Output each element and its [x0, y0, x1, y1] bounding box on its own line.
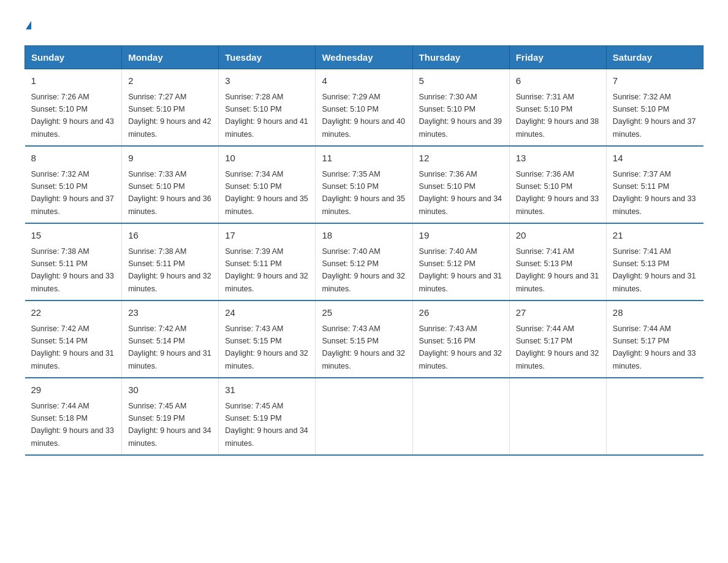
day-number: 9: [128, 151, 212, 166]
day-info: Sunrise: 7:38 AMSunset: 5:11 PMDaylight:…: [128, 247, 211, 293]
calendar-cell: 1Sunrise: 7:26 AMSunset: 5:10 PMDaylight…: [25, 69, 122, 147]
calendar-cell: [412, 378, 509, 455]
calendar-cell: 21Sunrise: 7:41 AMSunset: 5:13 PMDayligh…: [606, 223, 703, 301]
calendar-cell: 3Sunrise: 7:28 AMSunset: 5:10 PMDaylight…: [219, 69, 316, 147]
calendar-cell: 12Sunrise: 7:36 AMSunset: 5:10 PMDayligh…: [412, 146, 509, 223]
day-info: Sunrise: 7:37 AMSunset: 5:11 PMDaylight:…: [613, 170, 696, 216]
day-info: Sunrise: 7:43 AMSunset: 5:15 PMDaylight:…: [225, 324, 308, 370]
day-number: 28: [613, 306, 697, 320]
calendar-cell: 27Sunrise: 7:44 AMSunset: 5:17 PMDayligh…: [509, 301, 606, 378]
day-info: Sunrise: 7:41 AMSunset: 5:13 PMDaylight:…: [516, 247, 599, 293]
day-info: Sunrise: 7:39 AMSunset: 5:11 PMDaylight:…: [225, 247, 308, 293]
day-number: 26: [419, 306, 503, 320]
day-info: Sunrise: 7:44 AMSunset: 5:18 PMDaylight:…: [31, 402, 115, 448]
day-number: 27: [516, 306, 600, 320]
calendar-cell: 28Sunrise: 7:44 AMSunset: 5:17 PMDayligh…: [606, 301, 703, 378]
calendar-cell: 2Sunrise: 7:27 AMSunset: 5:10 PMDaylight…: [122, 69, 219, 147]
calendar-cell: [606, 378, 703, 455]
day-info: Sunrise: 7:27 AMSunset: 5:10 PMDaylight:…: [128, 93, 211, 139]
calendar-cell: 6Sunrise: 7:31 AMSunset: 5:10 PMDaylight…: [509, 69, 606, 147]
day-info: Sunrise: 7:43 AMSunset: 5:15 PMDaylight:…: [322, 324, 405, 370]
day-number: 13: [516, 151, 600, 166]
day-header-thursday: Thursday: [412, 46, 509, 69]
calendar-cell: 22Sunrise: 7:42 AMSunset: 5:14 PMDayligh…: [25, 301, 122, 378]
day-number: 10: [225, 151, 309, 166]
header-row: SundayMondayTuesdayWednesdayThursdayFrid…: [25, 46, 703, 69]
day-number: 8: [31, 151, 116, 166]
day-number: 19: [419, 229, 503, 243]
day-number: 6: [516, 74, 600, 88]
day-info: Sunrise: 7:36 AMSunset: 5:10 PMDaylight:…: [419, 170, 502, 216]
calendar-cell: 4Sunrise: 7:29 AMSunset: 5:10 PMDaylight…: [316, 69, 412, 147]
day-header-friday: Friday: [509, 46, 606, 69]
calendar-header: SundayMondayTuesdayWednesdayThursdayFrid…: [25, 46, 703, 69]
day-number: 5: [419, 74, 503, 88]
calendar-cell: 9Sunrise: 7:33 AMSunset: 5:10 PMDaylight…: [122, 146, 219, 223]
calendar-week-row: 8Sunrise: 7:32 AMSunset: 5:10 PMDaylight…: [25, 146, 703, 223]
day-header-wednesday: Wednesday: [316, 46, 412, 69]
day-number: 17: [225, 229, 309, 243]
day-number: 2: [128, 74, 212, 88]
day-number: 4: [322, 74, 406, 88]
calendar-cell: 5Sunrise: 7:30 AMSunset: 5:10 PMDaylight…: [412, 69, 509, 147]
day-number: 31: [225, 383, 309, 397]
day-number: 23: [128, 306, 212, 320]
calendar-cell: 14Sunrise: 7:37 AMSunset: 5:11 PMDayligh…: [606, 146, 703, 223]
calendar-week-row: 1Sunrise: 7:26 AMSunset: 5:10 PMDaylight…: [25, 69, 703, 147]
calendar-cell: [316, 378, 412, 455]
calendar-cell: 30Sunrise: 7:45 AMSunset: 5:19 PMDayligh…: [122, 378, 219, 455]
day-info: Sunrise: 7:32 AMSunset: 5:10 PMDaylight:…: [31, 170, 115, 216]
day-number: 24: [225, 306, 309, 320]
day-info: Sunrise: 7:40 AMSunset: 5:12 PMDaylight:…: [322, 247, 405, 293]
day-info: Sunrise: 7:35 AMSunset: 5:10 PMDaylight:…: [322, 170, 405, 216]
calendar-cell: 10Sunrise: 7:34 AMSunset: 5:10 PMDayligh…: [219, 146, 316, 223]
day-header-tuesday: Tuesday: [219, 46, 316, 69]
day-info: Sunrise: 7:30 AMSunset: 5:10 PMDaylight:…: [419, 93, 502, 139]
day-number: 16: [128, 229, 212, 243]
calendar-cell: 23Sunrise: 7:42 AMSunset: 5:14 PMDayligh…: [122, 301, 219, 378]
day-info: Sunrise: 7:40 AMSunset: 5:12 PMDaylight:…: [419, 247, 502, 293]
day-info: Sunrise: 7:45 AMSunset: 5:19 PMDaylight:…: [225, 402, 308, 448]
page-header: [25, 18, 703, 33]
calendar-cell: 15Sunrise: 7:38 AMSunset: 5:11 PMDayligh…: [25, 223, 122, 301]
calendar-table: SundayMondayTuesdayWednesdayThursdayFrid…: [25, 45, 703, 456]
day-header-saturday: Saturday: [606, 46, 703, 69]
day-number: 29: [31, 383, 116, 397]
logo: [25, 18, 31, 33]
day-info: Sunrise: 7:28 AMSunset: 5:10 PMDaylight:…: [225, 93, 308, 139]
day-number: 22: [31, 306, 116, 320]
day-info: Sunrise: 7:34 AMSunset: 5:10 PMDaylight:…: [225, 170, 308, 216]
day-info: Sunrise: 7:33 AMSunset: 5:10 PMDaylight:…: [128, 170, 211, 216]
day-number: 21: [613, 229, 697, 243]
day-info: Sunrise: 7:45 AMSunset: 5:19 PMDaylight:…: [128, 402, 211, 448]
day-number: 3: [225, 74, 309, 88]
calendar-cell: 26Sunrise: 7:43 AMSunset: 5:16 PMDayligh…: [412, 301, 509, 378]
calendar-week-row: 22Sunrise: 7:42 AMSunset: 5:14 PMDayligh…: [25, 301, 703, 378]
day-number: 7: [613, 74, 697, 88]
calendar-cell: 25Sunrise: 7:43 AMSunset: 5:15 PMDayligh…: [316, 301, 412, 378]
calendar-cell: 18Sunrise: 7:40 AMSunset: 5:12 PMDayligh…: [316, 223, 412, 301]
calendar-cell: 29Sunrise: 7:44 AMSunset: 5:18 PMDayligh…: [25, 378, 122, 455]
logo-triangle-icon: [26, 21, 31, 29]
calendar-cell: 7Sunrise: 7:32 AMSunset: 5:10 PMDaylight…: [606, 69, 703, 147]
calendar-cell: 11Sunrise: 7:35 AMSunset: 5:10 PMDayligh…: [316, 146, 412, 223]
calendar-cell: 17Sunrise: 7:39 AMSunset: 5:11 PMDayligh…: [219, 223, 316, 301]
day-number: 11: [322, 151, 406, 166]
calendar-cell: 16Sunrise: 7:38 AMSunset: 5:11 PMDayligh…: [122, 223, 219, 301]
calendar-cell: 8Sunrise: 7:32 AMSunset: 5:10 PMDaylight…: [25, 146, 122, 223]
day-info: Sunrise: 7:44 AMSunset: 5:17 PMDaylight:…: [516, 324, 599, 370]
calendar-cell: 19Sunrise: 7:40 AMSunset: 5:12 PMDayligh…: [412, 223, 509, 301]
day-header-monday: Monday: [122, 46, 219, 69]
day-info: Sunrise: 7:41 AMSunset: 5:13 PMDaylight:…: [613, 247, 696, 293]
calendar-body: 1Sunrise: 7:26 AMSunset: 5:10 PMDaylight…: [25, 69, 703, 456]
calendar-cell: [509, 378, 606, 455]
day-info: Sunrise: 7:43 AMSunset: 5:16 PMDaylight:…: [419, 324, 502, 370]
day-info: Sunrise: 7:42 AMSunset: 5:14 PMDaylight:…: [128, 324, 211, 370]
day-number: 14: [613, 151, 697, 166]
day-number: 30: [128, 383, 212, 397]
day-number: 12: [419, 151, 503, 166]
day-info: Sunrise: 7:36 AMSunset: 5:10 PMDaylight:…: [516, 170, 599, 216]
day-number: 25: [322, 306, 406, 320]
calendar-cell: 13Sunrise: 7:36 AMSunset: 5:10 PMDayligh…: [509, 146, 606, 223]
day-info: Sunrise: 7:42 AMSunset: 5:14 PMDaylight:…: [31, 324, 115, 370]
